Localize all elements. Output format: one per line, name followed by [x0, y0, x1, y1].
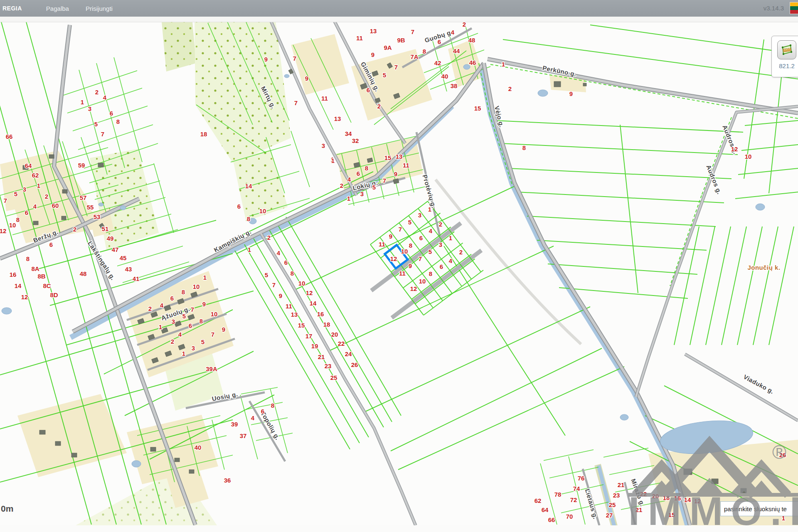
measure-area-button[interactable]: [777, 40, 796, 59]
parcel-number-label: 6: [110, 110, 113, 117]
parcel-number-label: 1: [449, 234, 452, 241]
parcel-number-label: 38: [451, 82, 458, 89]
parcel-number-label: 2: [377, 103, 381, 110]
parcel-number-label: 45: [120, 254, 127, 261]
parcel-number-label: 2: [45, 193, 48, 200]
parcel-number-label: 9: [264, 56, 268, 63]
parcel-number-label: 6: [440, 263, 443, 270]
parcel-number-label: 7: [293, 55, 296, 62]
parcel-number-label: 49: [107, 235, 114, 242]
parcel-number-label: 5: [14, 190, 17, 197]
parcel-number-label: 12: [306, 289, 313, 296]
parcel-number-label: 5: [429, 248, 432, 255]
parcel-number-label: 21: [618, 481, 625, 488]
parcel-number-label: 9: [389, 233, 392, 240]
parcel-number-label: 4: [178, 331, 182, 338]
parcel-number-label: 8: [247, 215, 250, 222]
parcel-number-label: 8: [522, 144, 526, 151]
parcel-number-label: 17: [305, 332, 313, 340]
map-canvas[interactable]: Kampiškių g.Mirtų g.Giminių g.Guobų g.Lo…: [0, 17, 798, 525]
parcel-number-label: 12: [410, 285, 417, 292]
parcel-number-label: 62: [32, 172, 39, 179]
parcel-number-label: 8: [116, 118, 120, 125]
parcel-number-label: 64: [25, 162, 32, 169]
parcel-number-label: 64: [542, 506, 549, 513]
parcel-number-label: 2: [508, 85, 512, 92]
parcel-number-label: 62: [534, 497, 542, 504]
parcel-number-label: 3: [88, 105, 91, 112]
menu-item-pagalba[interactable]: Pagalba: [46, 5, 69, 12]
parcel-number-label: 34: [345, 130, 352, 137]
menu-item-prisijungti[interactable]: Prisijungti: [86, 5, 113, 12]
measure-widget: 821.2: [771, 36, 798, 77]
parcel-number-label: 6: [357, 170, 360, 177]
parcel-number-label: 27: [606, 512, 613, 519]
parcel-number-label: 48: [468, 37, 475, 44]
parcel-number-label: 18: [200, 131, 207, 138]
parcel-number-label: 4: [251, 414, 255, 421]
parcel-number-label: 2: [171, 338, 174, 345]
parcel-number-label: 53: [94, 213, 101, 220]
parcel-number-label: 9B: [397, 37, 405, 44]
parcel-number-label: 41: [133, 275, 140, 282]
parcel-number-label: 13: [396, 153, 403, 160]
parcel-number-label: 1: [428, 206, 431, 213]
parcel-number-label: 9: [409, 262, 412, 269]
parcel-number-label: 11: [321, 95, 328, 102]
parcel-number-label: 9: [279, 292, 282, 299]
parcel-number-label: 3: [192, 345, 195, 352]
parcel-number-label: 16: [317, 310, 324, 318]
parcel-number-label: 8: [271, 402, 274, 409]
parcel-number-label: 8: [182, 288, 185, 296]
parcel-number-label: 8: [26, 255, 30, 262]
parcel-number-label: 8B: [37, 273, 45, 280]
parcel-number-label: 7: [394, 64, 398, 71]
parcel-number-label: 2: [73, 226, 76, 233]
layer-search-input[interactable]: [720, 501, 798, 516]
parcel-number-label: 11: [403, 162, 409, 169]
parcel-number-label: 8: [16, 216, 20, 223]
parcel-number-label: 2: [340, 182, 343, 189]
parcel-number-label: 78: [554, 491, 562, 498]
app-logo[interactable]: REGIA: [2, 5, 22, 12]
parcel-number-label: 19: [311, 342, 318, 350]
version-label: v3.14.3: [764, 5, 784, 12]
parcel-number-label: 10: [419, 278, 426, 285]
parcel-number-label: 6: [419, 234, 423, 241]
parcel-number-label: 36: [224, 477, 231, 484]
parcel-number-label: 15: [298, 322, 305, 329]
parcel-number-label: 70: [566, 513, 573, 520]
parcel-number-label: 8: [291, 270, 294, 277]
parcel-number-label: 5: [201, 338, 204, 345]
parcel-number-label: 18: [323, 321, 330, 328]
parcel-number-label: 6: [237, 203, 241, 210]
parcel-number-label: 48: [80, 270, 87, 277]
parcel-number-label: 2: [95, 89, 99, 96]
parcel-number-label: 24: [345, 350, 352, 357]
parcel-number-label: 21: [635, 506, 643, 513]
parcel-number-label: 20: [652, 493, 659, 500]
parcel-number-label: 8: [429, 270, 432, 277]
parcel-number-label: 3: [439, 241, 442, 248]
parcel-number-label: 6: [438, 38, 441, 45]
parcel-number-label: 13: [370, 27, 377, 34]
parcel-number-label: 8: [365, 165, 368, 172]
parcel-number-label: 55: [87, 204, 94, 211]
parcel-number-label: 8: [200, 318, 203, 325]
parcel-number-label: 7: [419, 255, 422, 262]
parcel-number-label: 10: [9, 222, 16, 229]
parcel-number-label: 1: [81, 99, 84, 106]
parcel-number-label: 8: [409, 242, 412, 249]
parcel-number-label: 25: [330, 374, 337, 381]
parcel-number-label: 37: [240, 432, 247, 439]
parcel-number-label: 32: [352, 137, 359, 144]
measure-result-value: 821.2: [772, 62, 798, 69]
parcel-number-label: 11: [399, 270, 406, 277]
parcel-number-label: 2: [459, 249, 463, 256]
parcel-number-label: 3: [322, 142, 325, 149]
parcel-number-label: 14: [15, 282, 22, 289]
parcel-number-label: 2: [439, 221, 442, 228]
parcel-number-label: 5: [182, 313, 186, 320]
parcel-number-label: 66: [548, 516, 555, 523]
parcel-number-label: 9A: [384, 44, 392, 51]
